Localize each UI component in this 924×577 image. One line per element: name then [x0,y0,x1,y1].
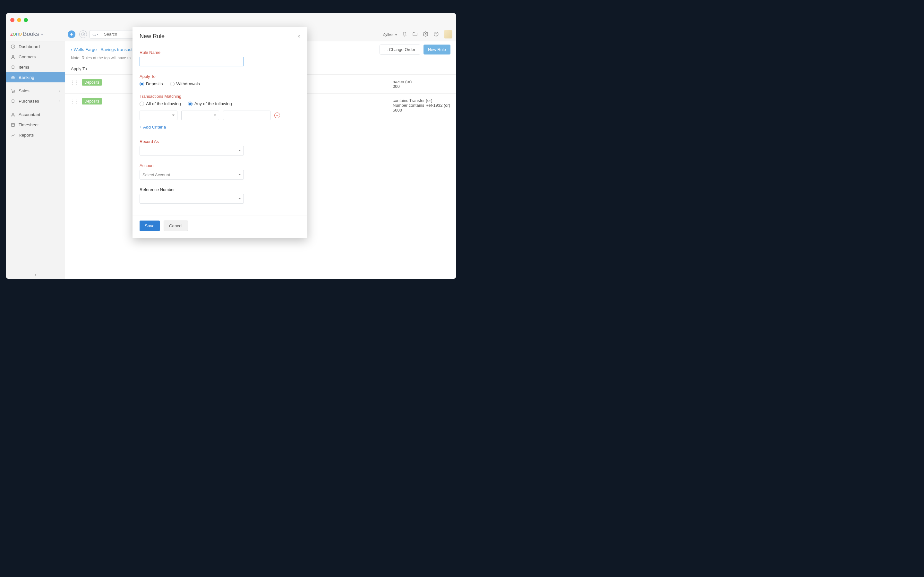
apply-to-radios: Deposits Withdrawals [140,81,300,86]
mac-window: ZOHO Books ▾ + ▾ Zylker [6,13,456,279]
folder-icon[interactable] [412,31,418,37]
accountant-icon [10,112,15,117]
window-minimize-dot[interactable] [17,18,21,22]
sidebar-item-timesheet[interactable]: Timesheet [6,119,65,130]
save-button[interactable]: Save [140,221,160,231]
radio-icon [188,102,192,106]
window-close-dot[interactable] [10,18,15,22]
refnum-label: Reference Number [140,187,300,192]
zoho-logo: ZOHO [10,32,22,37]
sidebar-item-reports[interactable]: Reports [6,130,65,140]
add-criteria-link[interactable]: + Add Criteria [140,125,166,129]
rule-criteria-preview: contains Transfer (or) Number contains R… [393,98,451,113]
modal-title: New Rule [140,33,165,40]
search-icon: ▾ [92,32,99,36]
refnum-select[interactable] [140,194,244,203]
sidebar-item-dashboard[interactable]: Dashboard [6,41,65,52]
breadcrumb-label: Wells Fargo - Savings transactio [74,47,136,52]
bell-icon[interactable] [402,32,407,37]
criteria-row: − [140,111,300,120]
sidebar-collapse-button[interactable]: ‹ [6,270,65,279]
criteria-field-select[interactable] [140,111,178,120]
svg-rect-10 [11,123,15,126]
sidebar-item-items[interactable]: Items [6,62,65,72]
sidebar-item-accountant[interactable]: Accountant [6,109,65,119]
record-as-label: Record As [140,139,300,144]
sidebar: Dashboard Contacts Items Banking Sa [6,41,65,279]
minus-icon: − [276,113,278,118]
app: ZOHO Books ▾ + ▾ Zylker [6,27,456,279]
breadcrumb-back-link[interactable]: ‹ Wells Fargo - Savings transactio [71,47,136,52]
sidebar-item-purchases[interactable]: Purchases › [6,96,65,106]
sidebar-label: Items [19,65,29,69]
chevron-right-icon: › [59,89,60,93]
radio-withdrawals[interactable]: Withdrawals [170,81,200,86]
modal-body: Rule Name Apply To Deposits Withdrawals … [132,44,307,210]
window-zoom-dot[interactable] [24,18,28,22]
top-right: Zylker ▾ [383,30,456,39]
timesheet-icon [10,122,15,127]
modal-footer: Save Cancel [132,215,307,238]
new-rule-button[interactable]: New Rule [423,45,451,55]
account-select[interactable]: Select Account [140,170,244,179]
sidebar-item-sales[interactable]: Sales › [6,85,65,96]
chevron-down-icon: ▾ [395,33,397,37]
sales-icon [10,88,15,93]
chevron-left-icon: ‹ [35,272,36,277]
radio-icon [140,102,144,106]
tx-matching-label: Transactions Matching [140,94,300,99]
radio-any-following[interactable]: Any of the following [188,101,232,106]
quick-add-button[interactable]: + [68,31,75,38]
radio-icon [140,82,144,86]
matching-radios: All of the following Any of the followin… [140,101,300,106]
org-switcher[interactable]: Zylker ▾ [383,32,397,37]
svg-point-8 [13,92,14,93]
svg-point-4 [436,35,436,35]
purchases-icon [10,98,15,103]
main-actions: : : Change Order New Rule [380,45,451,55]
help-icon[interactable] [433,31,439,37]
rule-name-input[interactable] [140,57,244,66]
rule-criteria-preview: nazon (or) 000 [393,79,451,89]
brand-product: Books [23,31,39,37]
remove-criteria-button[interactable]: − [274,113,280,118]
cancel-button[interactable]: Cancel [164,221,188,231]
banking-icon [10,75,15,80]
rule-name-label: Rule Name [140,50,300,55]
record-as-select[interactable] [140,146,244,155]
modal-close-button[interactable]: × [297,34,300,39]
gear-icon[interactable] [423,31,428,37]
chevron-left-icon: ‹ [71,47,73,52]
sidebar-label: Reports [19,133,34,137]
sidebar-label: Purchases [19,99,39,103]
svg-point-9 [12,113,14,114]
sidebar-label: Banking [19,75,34,80]
radio-deposits[interactable]: Deposits [140,81,163,86]
account-label: Account [140,163,300,168]
new-rule-modal: New Rule × Rule Name Apply To Deposits [132,27,307,238]
contacts-icon [10,54,15,59]
radio-all-following[interactable]: All of the following [140,101,181,106]
sidebar-label: Dashboard [19,44,40,49]
criteria-operator-select[interactable] [181,111,219,120]
change-order-button[interactable]: : : Change Order [380,45,420,55]
brand-caret-icon: ▾ [41,32,43,37]
sidebar-label: Sales [19,89,29,93]
drag-handle-icon[interactable]: ⋮⋮⋮⋮ [71,99,79,103]
top-actions-left: + [65,31,87,38]
modal-header: New Rule × [132,27,307,44]
svg-point-7 [12,92,13,93]
drag-handle-icon[interactable]: ⋮⋮⋮⋮ [71,81,79,84]
dashboard-icon [10,44,15,49]
deposit-badge: Deposits [82,79,102,85]
clock-icon [81,32,86,37]
avatar[interactable] [444,30,452,39]
brand[interactable]: ZOHO Books ▾ [6,31,65,37]
recent-activity-button[interactable] [79,31,87,38]
svg-point-1 [93,33,95,35]
criteria-value-input[interactable] [223,111,270,120]
reports-icon [10,132,15,137]
sidebar-item-banking[interactable]: Banking [6,72,65,82]
sidebar-item-contacts[interactable]: Contacts [6,52,65,62]
deposit-badge: Deposits [82,98,102,105]
